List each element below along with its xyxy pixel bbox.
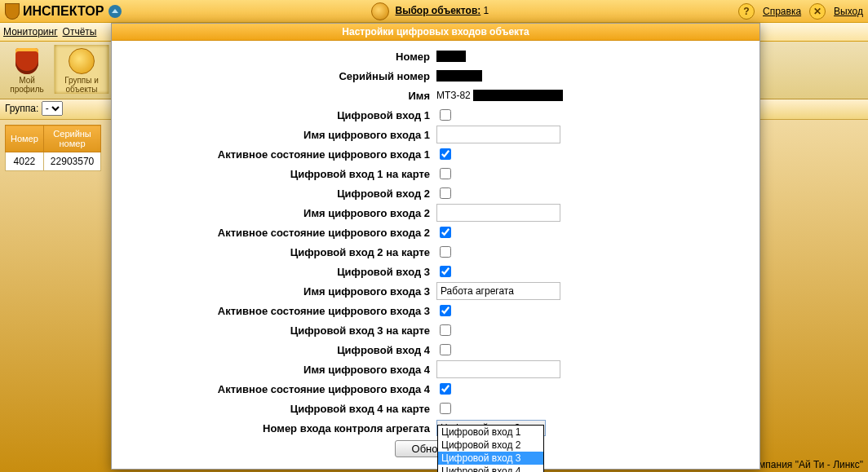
hdr-serial[interactable]: Серийны номер [43,126,100,152]
lbl-di3-active: Активное состояние цифрового входа 3 [120,305,436,317]
logout-icon[interactable]: ✕ [809,3,826,20]
chk-di3-active[interactable] [440,305,451,316]
lbl-di1-name: Имя цифрового входа 1 [120,129,436,141]
digital-inputs-modal: Настройки цифровых входов объекта Номер … [111,23,760,470]
lbl-agg-input: Номер входа контроля агрегата [120,422,436,435]
tool-profile[interactable]: Мой профиль [0,45,55,94]
chk-di3[interactable] [440,266,451,277]
hdr-number[interactable]: Номер [6,126,44,152]
chk-di1-active[interactable] [440,148,451,160]
dd-opt-2[interactable]: Цифровой вход 2 [438,439,543,452]
table-header-row: Номер Серийны номер [6,126,101,152]
lbl-di3: Цифровой вход 3 [120,266,436,278]
lbl-di3-map: Цифровой вход 3 на карте [120,324,436,337]
val-name-redacted [473,90,563,101]
group-select[interactable]: - [42,101,63,116]
lbl-di3-name: Имя цифрового входа 3 [120,285,436,298]
tool-profile-l2: профиль [0,85,54,94]
menu-reports[interactable]: Отчёты [63,26,97,37]
objects-select-link[interactable]: Выбор объектов: [396,5,481,16]
chk-di3-map[interactable] [440,324,451,336]
tool-groups-l2: объекты [55,85,108,94]
top-right: ? Справка ✕ Выход [738,3,863,20]
val-serial-redacted [436,70,482,82]
agg-dropdown-list: Цифровой вход 1 Цифровой вход 2 Цифровой… [437,425,544,472]
txt-di1-name[interactable] [436,126,560,143]
txt-di3-name[interactable] [436,282,560,300]
lbl-name: Имя [120,90,436,102]
chk-di1[interactable] [440,109,451,121]
chk-di4-active[interactable] [440,383,451,395]
lbl-di2: Цифровой вход 2 [120,187,436,200]
lbl-di2-name: Имя цифрового входа 2 [120,207,436,219]
lbl-serial: Серийный номер [120,70,436,82]
lbl-di2-active: Активное состояние цифрового входа 2 [120,227,436,239]
modal-body: Номер Серийный номер Имя МТЗ-82 Цифровой… [112,41,760,469]
lbl-di1-map: Цифровой вход 1 на карте [120,168,436,180]
table-row[interactable]: 4022 22903570 [6,152,101,171]
help-icon[interactable]: ? [738,3,755,20]
chk-di4-map[interactable] [440,403,451,414]
name-prefix: МТЗ-82 [436,90,471,101]
lbl-di2-map: Цифровой вход 2 на карте [120,246,436,258]
group-label: Группа: [5,103,38,114]
logout-link[interactable]: Выход [834,6,863,17]
topbar: ИНСПЕКТОР Выбор объектов: 1 ? Справка ✕ … [0,0,868,23]
profile-icon [16,48,38,74]
objects-count: 1 [484,5,489,16]
top-center: Выбор объектов: 1 [122,2,738,20]
lbl-number: Номер [120,51,436,63]
tool-groups-l1: Группы и [55,76,108,85]
help-link[interactable]: Справка [763,6,801,17]
app-logo: ИНСПЕКТОР [5,3,122,20]
lbl-di4-name: Имя цифрового входа 4 [120,364,436,376]
chk-di2-map[interactable] [440,246,451,258]
app-name: ИНСПЕКТОР [23,4,104,19]
groups-icon [69,48,95,74]
txt-di2-name[interactable] [436,204,560,222]
lbl-di4-active: Активное состояние цифрового входа 4 [120,383,436,395]
val-number-redacted [436,51,466,62]
lbl-di4-map: Цифровой вход 4 на карте [120,403,436,415]
menu-monitoring[interactable]: Мониторинг [3,26,58,37]
shield-icon [5,3,20,20]
globe-icon [371,2,389,20]
dd-opt-4[interactable]: Цифровой вход 4 [438,465,543,472]
chk-di2-active[interactable] [440,227,451,238]
chk-di4[interactable] [440,344,451,355]
collapse-icon[interactable] [108,5,122,18]
cell-serial: 22903570 [43,152,100,171]
dd-opt-1[interactable]: Цифровой вход 1 [438,426,543,439]
objects-table: Номер Серийны номер 4022 22903570 [5,125,101,171]
cell-number: 4022 [6,152,44,171]
chk-di1-map[interactable] [440,168,451,179]
lbl-di1-active: Активное состояние цифрового входа 1 [120,148,436,161]
modal-title: Настройки цифровых входов объекта [112,24,760,41]
lbl-di1: Цифровой вход 1 [120,109,436,121]
txt-di4-name[interactable] [436,360,560,378]
chk-di2[interactable] [440,187,451,199]
lbl-di4: Цифровой вход 4 [120,344,436,356]
dd-opt-3[interactable]: Цифровой вход 3 [438,452,543,465]
tool-profile-l1: Мой [0,76,54,85]
tool-groups[interactable]: Группы и объекты [55,45,109,94]
